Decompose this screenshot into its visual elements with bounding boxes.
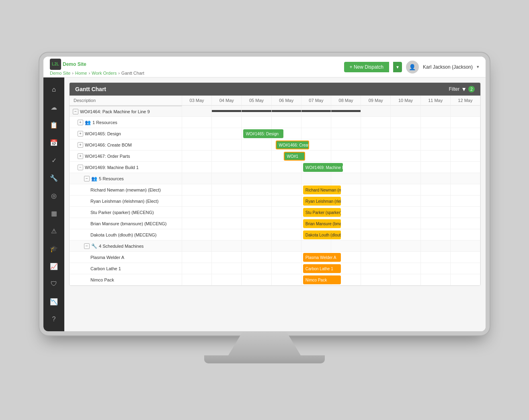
wo1465-c2 [212,128,242,139]
res5-c7 [361,173,391,184]
breadcrumb-work-orders[interactable]: Work Orders [92,71,117,75]
res1-c8 [391,117,420,128]
bar-wo1465[interactable]: WO#1465: Design [243,129,283,138]
sidebar-item-check[interactable]: ✓ [46,152,62,168]
expand-res5[interactable]: − [84,176,90,181]
breadcrumb: Demo Site › Home › Work Orders › Gantt C… [50,71,144,75]
wo1466-c3 [242,139,271,151]
wo1467-label: WO#1467: Order Parts [85,154,130,159]
bar-wo1469[interactable]: WO#1469: Machine Bu [303,163,343,172]
wo1469-c3 [242,162,271,173]
carbon-c2 [212,263,242,274]
richard-c1 [182,184,212,196]
bar-wo1467[interactable]: WO#1 [284,152,305,161]
nimco-c8 [391,274,420,285]
row-machines-desc: − 🔧 4 Scheduled Machines [70,241,182,252]
expand-wo1465[interactable]: + [78,131,83,137]
nimco-c1 [182,274,212,285]
bar-plasma[interactable]: Plasma Welder A [303,253,341,262]
res5-c3 [242,173,271,184]
wo1464-col7 [361,106,391,117]
stu-c2 [212,207,242,218]
richard-c7 [361,184,391,196]
expand-wo1469[interactable]: − [78,165,83,170]
sidebar-item-help[interactable]: ? [46,311,62,327]
new-dispatch-button[interactable]: + New Dispatch [344,62,389,72]
brian-c10 [451,218,480,229]
wo1466-c2 [212,139,242,151]
wo1465-c9 [421,128,451,139]
brian-c4 [272,218,301,229]
bar-stu[interactable]: Stu Parker (sparker) (M [303,208,341,217]
wo1464-col2 [212,106,242,117]
bar-wo1466[interactable]: WO#1466: Create BO [276,141,309,149]
bar-brian[interactable]: Brian Mansure (bmans [303,219,341,228]
dakota-c8 [391,229,420,241]
bar-nimco[interactable]: Nimco Pack [303,275,341,284]
col-header-03may: 03 May [182,96,212,106]
dakota-c7 [361,229,391,241]
dakota-c5: Dakota Louth (dlouth) ( [301,229,331,241]
dakota-c4 [272,229,301,241]
user-dropdown-arrow[interactable]: ▾ [477,64,479,69]
row-res5-desc: − 👥 5 Resources [70,173,182,184]
stu-c5: Stu Parker (sparker) (M [301,207,331,218]
filter-button[interactable]: Filter ▼ 2 [449,86,475,92]
nimco-c9 [421,274,451,285]
sidebar-item-file[interactable]: 📋 [46,117,62,133]
sidebar-item-graduation[interactable]: 🎓 [46,241,62,257]
bar-richard[interactable]: Richard Newman (rnew [303,186,341,194]
expand-machines[interactable]: − [84,243,90,249]
brian-c7 [361,218,391,229]
plasma-c5: Plasma Welder A [301,252,331,263]
logo-icon: L2L [50,59,61,70]
machines-label: 4 Scheduled Machines [99,244,144,249]
bar-ryan[interactable]: Ryan Leishman (rleish [303,197,341,206]
col-header-07may: 07 May [301,96,331,106]
ryan-c5: Ryan Leishman (rleish [301,196,331,207]
machine-icon: 🔧 [91,243,97,249]
wo1469-c10 [451,162,480,173]
nimco-c5: Nimco Pack [301,274,331,285]
sidebar-item-trending[interactable]: 📉 [46,294,62,310]
machines-c8 [391,241,420,252]
res5-c2 [212,173,242,184]
sidebar-item-warning[interactable]: ⚠ [46,223,62,239]
user-name: Karl Jackson (Jackson) [423,64,473,70]
breadcrumb-home[interactable]: Home [75,71,87,75]
col-header-12may: 12 May [451,96,480,106]
logo: L2L Demo Site [50,59,144,70]
res5-c9 [421,173,451,184]
dispatch-dropdown-button[interactable]: ▾ [393,62,402,72]
carbon-label: Carbon Lathe 1 [90,266,121,271]
stu-c7 [361,207,391,218]
sidebar-item-wrench[interactable]: 🔧 [46,170,62,186]
bar-carbon[interactable]: Carbon Lathe 1 [303,264,341,273]
wo1465-label: WO#1465: Design [85,131,121,136]
res1-c5 [301,117,331,128]
ryan-c8 [391,196,420,207]
expand-res1[interactable]: + [78,120,83,125]
sidebar-item-compass[interactable]: ◎ [46,188,62,204]
machines-c1 [182,241,212,252]
sidebar-item-analytics[interactable]: 📈 [46,258,62,274]
expand-wo1466[interactable]: + [78,142,83,148]
col-header-05may: 05 May [242,96,271,106]
sidebar-item-cloud[interactable]: ☁ [46,99,62,115]
sidebar-item-home[interactable]: ⌂ [46,82,62,98]
row-wo1467-desc: + WO#1467: Order Parts [70,151,182,162]
ryan-c9 [421,196,451,207]
bar-dakota[interactable]: Dakota Louth (dlouth) ( [303,230,341,239]
breadcrumb-demo-site[interactable]: Demo Site [50,71,70,75]
wo1467-c4: WO#1 [272,151,301,162]
wo1466-c7 [361,139,391,151]
expand-wo1467[interactable]: + [78,153,83,159]
machines-c6 [331,241,361,252]
wo1467-c9 [421,151,451,162]
sidebar-item-calendar[interactable]: 📅 [46,135,62,151]
nimco-label: Nimco Pack [90,277,114,282]
sidebar-item-chart[interactable]: ▦ [46,205,62,221]
plasma-c4 [272,252,301,263]
sidebar-item-shield[interactable]: 🛡 [46,276,62,292]
expand-wo1464[interactable]: − [73,109,78,114]
